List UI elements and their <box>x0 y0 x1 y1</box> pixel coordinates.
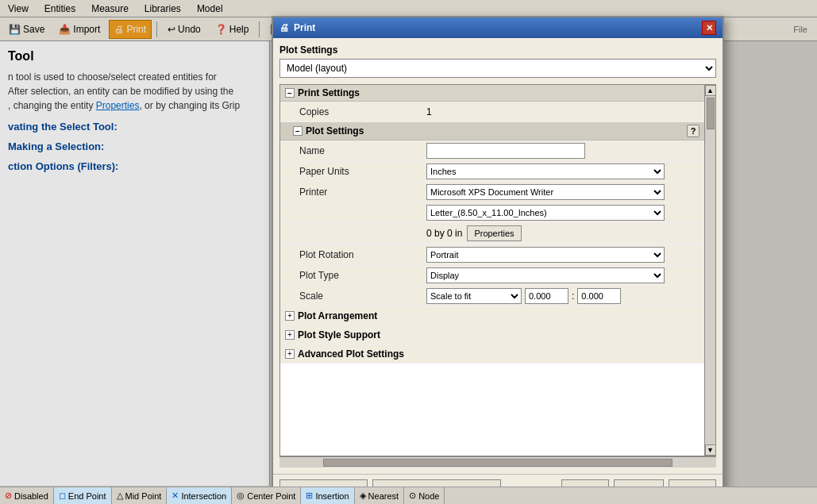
intersection-icon: ✕ <box>171 491 179 501</box>
scroll-down-button[interactable]: ▼ <box>705 444 716 456</box>
nearest-label: Nearest <box>368 491 399 501</box>
center-point-label: Center Point <box>247 491 295 501</box>
scroll-thumb-area <box>705 96 715 444</box>
help-icon-btn[interactable]: ? <box>687 125 699 137</box>
plot-style-expand[interactable]: + <box>285 330 295 340</box>
size-label <box>280 231 423 236</box>
scale-ratio-1[interactable] <box>525 288 568 304</box>
dialog-title-text: Print <box>294 22 315 33</box>
plot-settings-section-label: Plot Settings <box>306 125 364 137</box>
paper-units-value: Inches <box>423 162 704 181</box>
dialog-close-button[interactable]: ✕ <box>702 21 716 35</box>
plot-rotation-label: Plot Rotation <box>280 247 423 263</box>
printer-paper-select[interactable]: Letter_(8.50_x_11.00_Inches) <box>426 205 665 221</box>
intersection-label: Intersection <box>181 491 226 501</box>
printer-model-select[interactable]: Microsoft XPS Document Writer <box>426 184 665 200</box>
scale-select[interactable]: Scale to fit <box>426 288 522 304</box>
copies-value: 1 <box>423 105 704 119</box>
status-end-point[interactable]: ◻ End Point <box>54 487 112 504</box>
print-settings-label: Print Settings <box>298 87 360 98</box>
scale-separator: : <box>572 290 574 302</box>
plot-arrangement-label: Plot Arrangement <box>295 310 377 321</box>
plot-settings-top-label: Plot Settings <box>279 44 716 56</box>
plot-style-label: Plot Style Support <box>295 329 380 340</box>
dialog-title-left: 🖨 Print <box>279 22 315 33</box>
name-value <box>423 141 704 160</box>
settings-tree-wrap: − Print Settings Copies 1 − Plot Setting… <box>279 84 716 456</box>
plot-type-value: Display <box>423 266 704 285</box>
dialog-title-bar: 🖨 Print ✕ <box>273 17 723 38</box>
h-scroll-thumb[interactable] <box>323 459 672 467</box>
plot-settings-select[interactable]: Model (layout) <box>279 59 716 78</box>
center-point-icon: ◎ <box>237 491 245 501</box>
scale-row: Scale Scale to fit : <box>280 286 704 306</box>
status-nearest[interactable]: ◈ Nearest <box>355 487 405 504</box>
advanced-plot-label: Advanced Plot Settings <box>295 348 404 360</box>
status-insertion[interactable]: ⊞ Insertion <box>301 487 354 504</box>
name-label: Name <box>280 143 423 159</box>
advanced-plot-expand[interactable]: + <box>285 349 295 359</box>
dialog-body: Plot Settings Model (layout) − Print Set… <box>273 38 723 474</box>
plot-type-select[interactable]: Display <box>426 267 665 283</box>
plot-arrangement-expand[interactable]: + <box>285 311 295 321</box>
plot-rotation-select[interactable]: Portrait <box>426 247 665 263</box>
print-settings-header: − Print Settings <box>280 85 704 102</box>
copies-row: Copies 1 <box>280 102 704 122</box>
plot-type-row: Plot Type Display <box>280 265 704 286</box>
disabled-icon: ⊘ <box>5 491 12 501</box>
scroll-up-button[interactable]: ▲ <box>705 85 716 96</box>
plot-rotation-value: Portrait <box>423 245 704 264</box>
spacer <box>280 364 704 456</box>
plot-settings-subsection: − Plot Settings ? <box>280 122 704 140</box>
status-disabled[interactable]: ⊘ Disabled <box>0 487 54 504</box>
scroll-thumb[interactable] <box>707 98 715 129</box>
scale-ratio-2[interactable] <box>577 288 621 304</box>
plot-settings-collapse[interactable]: − <box>293 126 303 136</box>
status-mid-point[interactable]: △ Mid Point <box>112 487 168 504</box>
copies-label: Copies <box>280 104 423 120</box>
name-row: Name <box>280 140 704 161</box>
node-icon: ⊙ <box>409 491 416 501</box>
status-bar: ⊘ Disabled ◻ End Point △ Mid Point ✕ Int… <box>0 487 817 504</box>
advanced-plot-section: + Advanced Plot Settings <box>280 344 704 364</box>
printer-value-2: Letter_(8.50_x_11.00_Inches) <box>423 203 704 222</box>
print-settings-collapse[interactable]: − <box>285 88 295 98</box>
status-intersection[interactable]: ✕ Intersection <box>167 487 232 504</box>
printer-label: Printer <box>280 184 423 200</box>
plot-type-label: Plot Type <box>280 267 423 283</box>
paper-units-row: Paper Units Inches <box>280 161 704 182</box>
settings-tree-content: − Print Settings Copies 1 − Plot Setting… <box>280 85 704 456</box>
size-text: 0 by 0 in <box>426 228 462 239</box>
printer-value-1: Microsoft XPS Document Writer <box>423 183 704 202</box>
plot-rotation-row: Plot Rotation Portrait <box>280 244 704 265</box>
mid-point-icon: △ <box>117 491 123 501</box>
copies-number: 1 <box>426 106 432 117</box>
scale-label: Scale <box>280 288 423 304</box>
plot-arrangement-section: + Plot Arrangement <box>280 306 704 325</box>
paper-units-select[interactable]: Inches <box>426 164 665 179</box>
scale-value: Scale to fit : <box>423 287 704 306</box>
printer-row: Printer Microsoft XPS Document Writer Le… <box>280 182 704 244</box>
end-point-icon: ◻ <box>59 491 66 501</box>
printer-paper-label <box>280 210 423 215</box>
vertical-scrollbar: ▲ ▼ <box>704 85 715 456</box>
disabled-label: Disabled <box>14 491 48 501</box>
status-center-point[interactable]: ◎ Center Point <box>232 487 301 504</box>
node-label: Node <box>418 491 439 501</box>
nearest-icon: ◈ <box>360 491 366 501</box>
name-input[interactable] <box>426 143 585 159</box>
dialog-print-icon: 🖨 <box>279 22 289 33</box>
end-point-label: End Point <box>68 491 106 501</box>
mid-point-label: Mid Point <box>125 491 162 501</box>
plot-style-section: + Plot Style Support <box>280 325 704 344</box>
insertion-label: Insertion <box>315 491 349 501</box>
insertion-icon: ⊞ <box>306 491 313 501</box>
print-dialog: 🖨 Print ✕ Plot Settings Model (layout) −… <box>272 16 724 504</box>
status-node[interactable]: ⊙ Node <box>404 487 445 504</box>
paper-units-label: Paper Units <box>280 164 423 179</box>
size-value: 0 by 0 in Properties <box>423 224 704 243</box>
properties-button[interactable]: Properties <box>467 225 521 241</box>
horizontal-scrollbar <box>279 456 716 467</box>
